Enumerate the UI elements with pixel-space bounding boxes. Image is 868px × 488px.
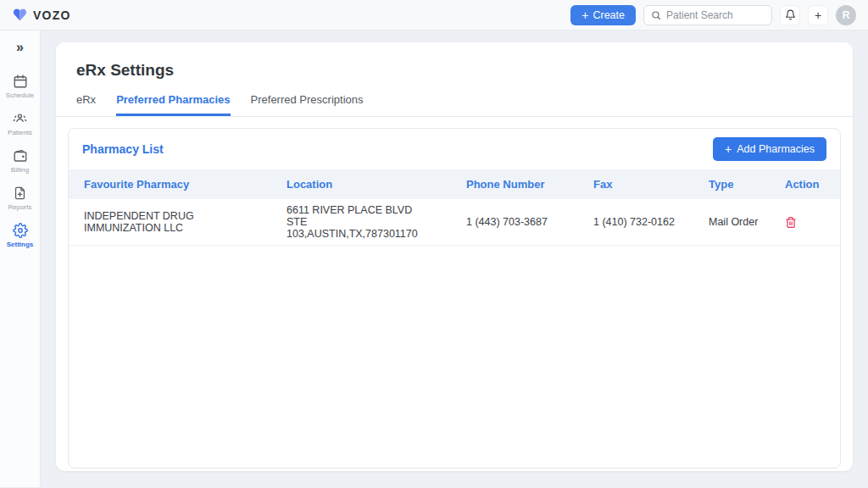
pharmacy-list-panel: Pharmacy List + Add Pharmacies Favourite… [68,128,841,469]
avatar-initial: R [843,9,850,21]
tab-erx[interactable]: eRx [76,93,96,116]
heart-logo-icon [12,8,28,22]
chevrons-right-icon: » [16,40,24,54]
sidebar-expand-button[interactable]: » [16,41,24,54]
main-content: eRx Settings eRx Preferred Pharmacies Pr… [41,30,868,487]
create-button[interactable]: + Create [570,5,636,25]
tab-preferred-prescriptions[interactable]: Preferred Prescriptions [251,93,364,116]
plus-icon: + [725,143,732,155]
app-logo: VOZO [12,8,70,22]
cell-phone-number: 1 (443) 703-3687 [458,216,585,228]
calendar-icon [13,74,28,89]
delete-pharmacy-button[interactable] [785,216,797,229]
sidebar-item-label: Billing [11,166,29,174]
erx-settings-tabs: eRx Preferred Pharmacies Preferred Presc… [56,93,853,117]
create-button-label: Create [593,9,625,21]
sidebar-item-schedule[interactable]: Schedule [0,68,41,105]
column-header-favourite-pharmacy: Favourite Pharmacy [69,178,278,191]
bell-icon [785,9,796,20]
page-title: eRx Settings [56,42,853,93]
user-avatar[interactable]: R [836,5,856,25]
sidebar-item-reports[interactable]: Reports [0,180,41,217]
column-header-location: Location [278,178,458,191]
gear-icon [13,223,28,238]
brand-name: VOZO [33,8,70,22]
plus-icon: + [581,9,588,21]
sidebar-item-settings[interactable]: Settings [0,217,41,254]
sidebar-item-billing[interactable]: Billing [0,142,41,180]
cell-favourite-pharmacy: INDEPENDENT DRUG IMMUNIZATION LLC [69,210,278,234]
column-header-type: Type [700,178,775,191]
add-pharmacies-label: Add Pharmacies [737,143,815,155]
column-header-action: Action [775,178,840,191]
column-header-phone-number: Phone Number [458,178,585,191]
quick-add-button[interactable]: + [808,5,828,25]
search-icon [651,10,661,20]
sidebar-item-patients[interactable]: Patients [0,105,41,142]
pharmacy-list-title: Pharmacy List [82,142,164,156]
patient-search-input[interactable] [666,9,765,21]
top-bar: VOZO + Create + [0,0,868,30]
notifications-button[interactable] [780,5,800,25]
sidebar-item-label: Patients [8,129,32,136]
erx-settings-card: eRx Settings eRx Preferred Pharmacies Pr… [56,42,853,471]
cell-location: 6611 RIVER PLACE BLVD STE 103,AUSTIN,TX,… [278,204,458,240]
cell-fax: 1 (410) 732-0162 [585,216,700,228]
trash-icon [785,216,797,229]
plus-icon: + [815,9,821,21]
add-pharmacies-button[interactable]: + Add Pharmacies [713,137,826,161]
sidebar-item-label: Settings [7,241,34,248]
column-header-fax: Fax [585,178,700,191]
patient-search[interactable] [643,5,772,25]
reports-file-plus-icon [13,186,27,201]
sidebar-item-label: Schedule [6,92,34,99]
sidebar: » Schedule [0,30,41,487]
cell-type: Mail Order [700,216,775,228]
table-header-row: Favourite Pharmacy Location Phone Number… [69,169,840,199]
sidebar-item-label: Reports [8,203,31,211]
patients-icon [12,111,28,126]
table-row: INDEPENDENT DRUG IMMUNIZATION LLC 6611 R… [69,199,840,246]
billing-wallet-icon [13,148,28,164]
tab-preferred-pharmacies[interactable]: Preferred Pharmacies [116,93,230,116]
